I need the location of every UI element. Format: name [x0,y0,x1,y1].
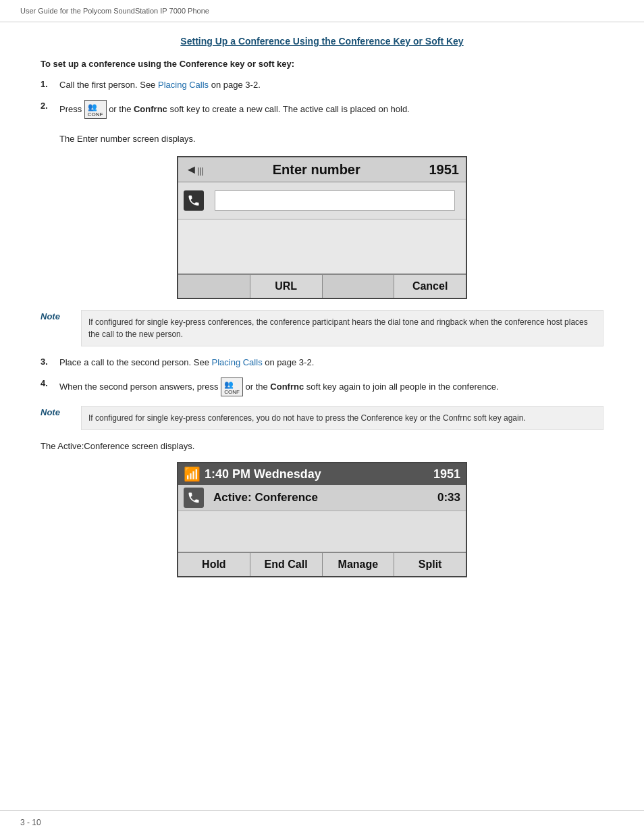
after-note2-text: The Active:Conference screen displays. [41,441,603,451]
enter-number-screen: ◄||| Enter number 1951 U [177,156,467,299]
note-1-label: Note [41,310,81,321]
step-2-text-middle: or the [107,103,134,113]
conf-time: 1:40 PM Wednesday [205,467,321,481]
step-1-text-before: Call the first person. See [59,80,158,90]
enter-soft-key-empty2 [323,275,395,298]
enter-screen-body [178,219,466,273]
step-1: 1. Call the first person. See Placing Ca… [41,78,603,92]
step-2-content: Press 👥CONF or the Confrnc soft key to c… [59,100,603,146]
conf-timer: 0:33 [437,491,460,504]
step-2: 2. Press 👥CONF or the Confrnc soft key t… [41,100,603,146]
page-footer: 3 - 10 [0,810,644,834]
step-list-1: 1. Call the first person. See Placing Ca… [41,78,603,145]
enter-phone-row [178,182,466,219]
step-4: 4. When the second person answers, press… [41,377,603,397]
enter-soft-key-url[interactable]: URL [250,275,323,298]
step-3-text-before: Place a call to the second person. See [59,357,211,367]
step-4-bold: Confrnc [270,381,304,391]
step-1-link[interactable]: Placing Calls [158,80,209,90]
step-2-text-before: Press [59,103,84,113]
enter-soft-key-cancel[interactable]: Cancel [394,275,466,298]
step-3-text-after: on page 3-2. [263,357,315,367]
people-icon-2: 👥 [224,380,233,388]
note-2-content: If configured for single key-press confe… [81,406,603,430]
enter-screen-title: Enter number [273,162,360,178]
conf-label: CONF [88,112,103,118]
conf-soft-key-split[interactable]: Split [394,553,466,576]
enter-soft-key-empty [178,275,250,298]
step-3-num: 3. [41,356,59,367]
step-2-num: 2. [41,100,59,111]
page-number: 3 - 10 [20,818,41,827]
page-wrapper: User Guide for the Polycom SoundStation … [0,0,644,834]
step-4-content: When the second person answers, press 👥C… [59,377,603,397]
conf-soft-key-manage[interactable]: Manage [323,553,395,576]
conf-handset-svg [187,491,200,504]
note-1-box: Note If configured for single key-press … [41,310,603,346]
conf-header: 📶 1:40 PM Wednesday 1951 [178,463,466,485]
enter-soft-keys: URL Cancel [178,273,466,298]
step-3-content: Place a call to the second person. See P… [59,356,603,369]
step-2-text-after: soft key to create a new call. The activ… [167,103,410,113]
conf-key-icon: 👥CONF [84,100,107,120]
step-4-text-before: When the second person answers, press [59,381,221,391]
people-icon: 👥 [88,103,97,111]
conf-handset-icon [184,488,204,508]
step-2-bold: Confrnc [134,103,167,113]
conf-key-icon-2: 👥CONF [221,377,243,397]
conf-soft-key-hold[interactable]: Hold [178,553,250,576]
enter-input-field[interactable] [215,190,455,211]
conf-active-row: Active: Conference 0:33 [178,485,466,511]
conf-active-label: Active: Conference [213,491,318,504]
conf-active-left: Active: Conference [184,488,318,508]
step-3-link[interactable]: Placing Calls [211,357,262,367]
conf-soft-key-endcall[interactable]: End Call [250,553,323,576]
main-content: Setting Up a Conference Using the Confer… [0,22,644,810]
step-4-text-middle: or the [243,381,270,391]
signal-icon-container: ◄||| [185,160,204,179]
note-2-box: Note If configured for single key-press … [41,406,603,430]
signal-icon: ◄||| [185,163,203,177]
conf-soft-keys: Hold End Call Manage Split [178,552,466,576]
enter-body-space [178,219,466,273]
conf-label-2: CONF [224,390,240,395]
step-1-content: Call the first person. See Placing Calls… [59,78,603,92]
conf-header-left: 📶 1:40 PM Wednesday [184,466,321,482]
header-text: User Guide for the Polycom SoundStation … [20,7,209,15]
note-2-label: Note [41,406,81,417]
enter-screen-ext: 1951 [429,162,460,178]
step-1-text-after: on page 3-2. [209,80,261,90]
conf-body [178,511,466,552]
sub-heading: To set up a conference using the Confere… [41,59,603,69]
handset-icon [184,190,204,211]
step-list-2: 3. Place a call to the second person. Se… [41,356,603,396]
step-2-sub: The Enter number screen displays. [59,134,196,144]
top-header: User Guide for the Polycom SoundStation … [0,0,644,22]
enter-screen-header: ◄||| Enter number 1951 [178,157,466,182]
note-1-content: If configured for single key-press confe… [81,310,603,346]
step-3: 3. Place a call to the second person. Se… [41,356,603,369]
conf-screen: 📶 1:40 PM Wednesday 1951 Active: Confere… [177,462,467,577]
step-4-num: 4. [41,377,59,388]
handset-svg [187,194,200,207]
conf-signal-icon: 📶 [184,466,200,482]
section-title: Setting Up a Conference Using the Confer… [41,36,603,47]
step-1-num: 1. [41,78,59,89]
step-4-text-after: soft key again to join all people in the… [304,381,498,391]
conf-ext: 1951 [433,467,460,481]
